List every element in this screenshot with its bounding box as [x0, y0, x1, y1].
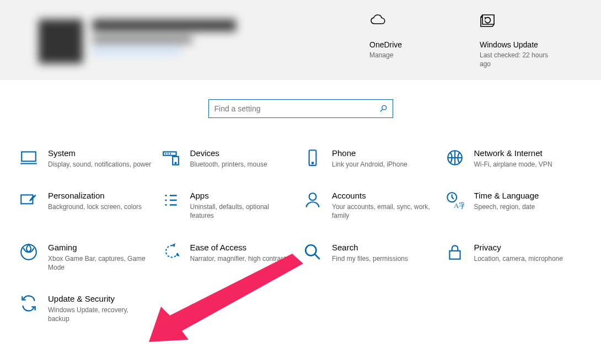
update-status-icon: [480, 14, 557, 30]
phone-icon: [303, 148, 322, 167]
windows-update-tile[interactable]: Windows Update Last checked: 22 hours ag…: [480, 14, 557, 80]
category-apps[interactable]: Apps Uninstall, defaults, optional featu…: [162, 191, 298, 220]
category-title: Update & Security: [48, 294, 152, 303]
svg-rect-1: [22, 152, 36, 161]
category-title: Phone: [332, 148, 407, 158]
search-box[interactable]: [208, 99, 393, 118]
onedrive-tile[interactable]: OneDrive Manage: [369, 14, 447, 80]
category-update-security[interactable]: Update & Security Windows Update, recove…: [19, 294, 156, 323]
category-title: System: [48, 148, 151, 158]
category-personalization[interactable]: Personalization Background, lock screen,…: [19, 191, 156, 220]
time-language-icon: A字: [446, 191, 464, 210]
svg-rect-14: [449, 250, 460, 259]
category-desc: Speech, region, date: [474, 202, 539, 211]
category-desc: Narrator, magnifier, high contrast: [190, 254, 286, 263]
category-desc: Wi-Fi, airplane mode, VPN: [474, 160, 552, 169]
category-system[interactable]: System Display, sound, notifications, po…: [19, 148, 156, 169]
category-desc: Your accounts, email, sync, work, family: [332, 202, 436, 220]
globe-icon: [446, 148, 464, 167]
avatar: [39, 19, 83, 63]
category-title: Accounts: [332, 191, 436, 200]
category-title: Privacy: [474, 243, 563, 252]
search-container: [0, 99, 601, 118]
svg-point-9: [309, 193, 316, 200]
category-accounts[interactable]: Accounts Your accounts, email, sync, wor…: [303, 191, 440, 220]
category-phone[interactable]: Phone Link your Android, iPhone: [303, 148, 440, 169]
category-desc: Background, lock screen, colors: [48, 202, 142, 211]
ease-of-access-icon: [162, 243, 180, 261]
update-security-icon: [19, 294, 38, 313]
user-profile-area: [39, 14, 369, 80]
category-ease-of-access[interactable]: Ease of Access Narrator, magnifier, high…: [162, 243, 298, 272]
category-privacy[interactable]: Privacy Location, camera, microphone: [446, 243, 582, 272]
cloud-icon: [369, 14, 447, 30]
svg-text:A字: A字: [453, 201, 464, 210]
search-icon: [379, 105, 387, 113]
category-title: Personalization: [48, 191, 142, 200]
profile-text: [93, 19, 236, 55]
lock-icon: [446, 243, 464, 261]
header-banner: OneDrive Manage Windows Update Last chec…: [0, 0, 601, 80]
winupdate-sub: Last checked: 22 hours ago: [480, 51, 557, 68]
category-desc: Link your Android, iPhone: [332, 160, 407, 169]
category-devices[interactable]: Devices Bluetooth, printers, mouse: [162, 148, 298, 169]
accounts-icon: [303, 191, 322, 210]
apps-icon: [162, 191, 180, 210]
category-title: Time & Language: [474, 191, 539, 200]
system-icon: [19, 148, 38, 167]
personalization-icon: [19, 191, 38, 210]
svg-point-6: [312, 162, 314, 164]
category-desc: Location, camera, microphone: [474, 254, 563, 263]
category-title: Search: [332, 243, 408, 252]
svg-point-4: [175, 163, 176, 164]
category-network[interactable]: Network & Internet Wi-Fi, airplane mode,…: [446, 148, 582, 169]
category-desc: Find my files, permissions: [332, 254, 408, 263]
search-category-icon: [303, 243, 322, 261]
gaming-icon: [19, 243, 38, 261]
svg-point-13: [305, 245, 316, 255]
search-input[interactable]: [214, 104, 379, 113]
settings-grid: System Display, sound, notifications, po…: [0, 118, 601, 323]
category-title: Devices: [190, 148, 267, 158]
winupdate-title: Windows Update: [480, 40, 557, 49]
category-gaming[interactable]: Gaming Xbox Game Bar, captures, Game Mod…: [19, 243, 156, 272]
devices-icon: [162, 148, 180, 167]
category-desc: Windows Update, recovery, backup: [48, 306, 152, 323]
onedrive-sub: Manage: [369, 51, 447, 60]
category-time-language[interactable]: A字 Time & Language Speech, region, date: [446, 191, 582, 220]
category-search[interactable]: Search Find my files, permissions: [303, 243, 440, 272]
onedrive-title: OneDrive: [369, 40, 447, 49]
category-title: Ease of Access: [190, 243, 286, 252]
category-desc: Bluetooth, printers, mouse: [190, 160, 267, 169]
category-title: Gaming: [48, 243, 152, 252]
category-title: Network & Internet: [474, 148, 552, 158]
svg-point-0: [382, 105, 386, 110]
category-desc: Uninstall, defaults, optional features: [190, 202, 294, 220]
category-desc: Display, sound, notifications, power: [48, 160, 151, 169]
category-desc: Xbox Game Bar, captures, Game Mode: [48, 254, 152, 272]
category-title: Apps: [190, 191, 294, 200]
